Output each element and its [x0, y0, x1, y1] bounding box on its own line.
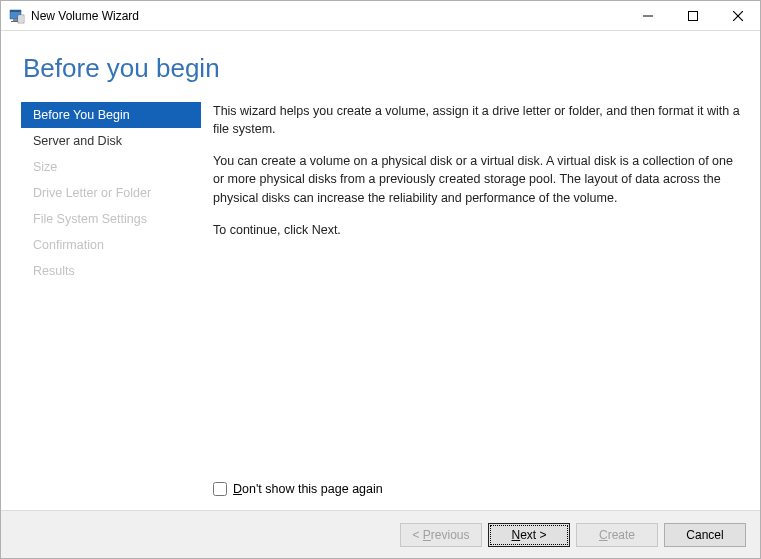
- titlebar: New Volume Wizard: [1, 1, 760, 31]
- wizard-content: Before you begin Before You Begin Server…: [1, 31, 760, 510]
- svg-rect-1: [10, 10, 21, 12]
- step-before-you-begin[interactable]: Before You Begin: [21, 102, 201, 128]
- svg-rect-2: [13, 19, 18, 21]
- previous-button: < Previous: [400, 523, 482, 547]
- dont-show-again-row: Don't show this page again: [213, 482, 740, 496]
- step-results: Results: [21, 258, 201, 284]
- server-manager-icon: [9, 8, 25, 24]
- page-heading: Before you begin: [23, 53, 740, 84]
- body-area: Before You Begin Server and Disk Size Dr…: [21, 102, 740, 510]
- step-confirmation: Confirmation: [21, 232, 201, 258]
- close-button[interactable]: [715, 1, 760, 30]
- step-server-and-disk[interactable]: Server and Disk: [21, 128, 201, 154]
- step-drive-letter: Drive Letter or Folder: [21, 180, 201, 206]
- intro-para-2: You can create a volume on a physical di…: [213, 152, 740, 206]
- main-pane: This wizard helps you create a volume, a…: [213, 102, 740, 510]
- dont-show-again-checkbox[interactable]: [213, 482, 227, 496]
- svg-rect-9: [688, 11, 697, 20]
- create-button: Create: [576, 523, 658, 547]
- intro-para-3: To continue, click Next.: [213, 221, 740, 239]
- step-file-system: File System Settings: [21, 206, 201, 232]
- dont-show-again-label[interactable]: Don't show this page again: [233, 482, 383, 496]
- intro-para-1: This wizard helps you create a volume, a…: [213, 102, 740, 138]
- wizard-steps-sidebar: Before You Begin Server and Disk Size Dr…: [21, 102, 201, 510]
- minimize-button[interactable]: [625, 1, 670, 30]
- window-title: New Volume Wizard: [31, 9, 625, 23]
- pane-spacer: [213, 253, 740, 482]
- wizard-footer: < Previous Next > Create Cancel: [1, 510, 760, 558]
- window-controls: [625, 1, 760, 30]
- step-size: Size: [21, 154, 201, 180]
- next-button[interactable]: Next >: [488, 523, 570, 547]
- maximize-button[interactable]: [670, 1, 715, 30]
- cancel-button[interactable]: Cancel: [664, 523, 746, 547]
